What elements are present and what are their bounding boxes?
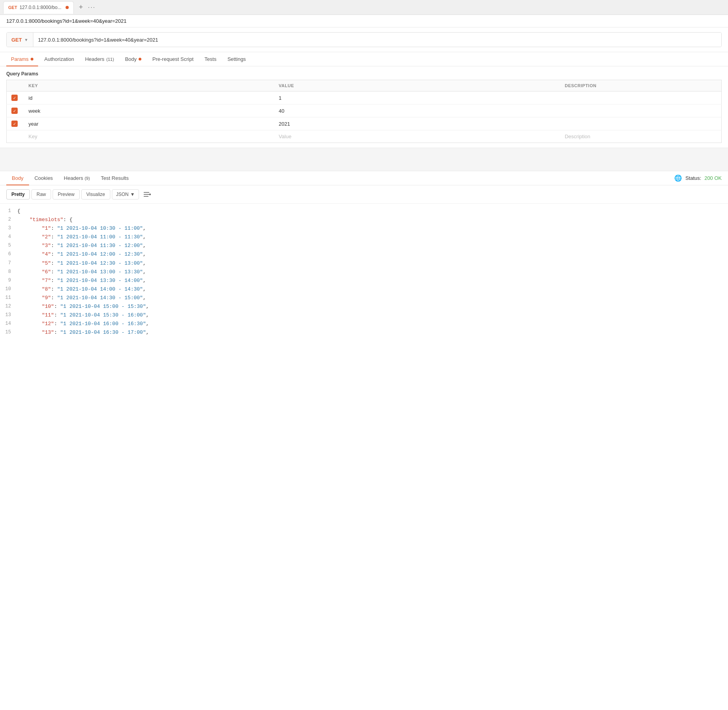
json-content: "12": "1 2021-10-04 16:00 - 16:30", (17, 320, 149, 328)
json-line: 14 "12": "1 2021-10-04 16:00 - 16:30", (0, 320, 728, 328)
key-cell[interactable]: id (24, 91, 274, 104)
json-content: { (17, 207, 20, 216)
browser-tab[interactable]: GET 127.0.0.1:8000/bo... (3, 1, 74, 14)
url-input[interactable] (33, 33, 721, 47)
res-tab-cookies[interactable]: Cookies (29, 171, 59, 185)
add-tab-button[interactable]: + (75, 2, 86, 13)
json-content: "2": "1 2021-10-04 11:00 - 11:30", (17, 233, 146, 242)
format-raw-button[interactable]: Raw (31, 189, 51, 199)
line-number: 1 (3, 207, 17, 216)
line-number: 13 (3, 311, 17, 320)
json-line: 9 "7": "1 2021-10-04 13:30 - 14:00", (0, 276, 728, 285)
method-select[interactable]: GET ▼ (7, 33, 33, 47)
format-type-chevron-icon: ▼ (130, 192, 135, 197)
line-number: 3 (3, 224, 17, 233)
address-url[interactable]: 127.0.0.1:8000/bookings?id=1&week=40&yea… (6, 18, 126, 24)
response-area: Body Cookies Headers (9) Test Results 🌐 … (0, 171, 728, 340)
res-tab-test-results[interactable]: Test Results (95, 171, 134, 185)
json-line: 2 "timeslots": { (0, 216, 728, 224)
value-cell[interactable]: 2021 (274, 117, 560, 130)
json-line: 5 "3": "1 2021-10-04 11:30 - 12:00", (0, 242, 728, 250)
desc-cell-new[interactable]: Description (560, 130, 721, 143)
wrap-lines-icon[interactable] (144, 192, 151, 197)
res-tab-body[interactable]: Body (6, 171, 29, 185)
tab-params[interactable]: Params (6, 52, 38, 66)
tab-headers[interactable]: Headers (11) (80, 52, 119, 66)
format-type-label: JSON (116, 192, 129, 197)
tab-authorization[interactable]: Authorization (40, 52, 79, 66)
tab-url: 127.0.0.1:8000/bo... (20, 5, 63, 10)
headers-badge: (11) (106, 57, 114, 62)
tab-body[interactable]: Body (120, 52, 146, 66)
value-cell[interactable]: 40 (274, 104, 560, 117)
json-line: 13 "11": "1 2021-10-04 15:30 - 16:00", (0, 311, 728, 320)
key-cell[interactable]: year (24, 117, 274, 130)
check-cell: ✓ (7, 104, 24, 117)
json-content: "10": "1 2021-10-04 15:00 - 15:30", (17, 302, 149, 311)
format-preview-button[interactable]: Preview (53, 189, 80, 199)
value-cell-new[interactable]: Value (274, 130, 560, 143)
json-line: 3 "1": "1 2021-10-04 10:30 - 11:00", (0, 224, 728, 233)
key-placeholder: Key (29, 134, 37, 139)
query-params-title: Query Params (6, 71, 722, 77)
json-content: "1": "1 2021-10-04 10:30 - 11:00", (17, 224, 146, 233)
desc-cell[interactable] (560, 104, 721, 117)
tab-settings-label: Settings (227, 56, 246, 62)
check-cell-new (7, 130, 24, 143)
json-line: 4 "2": "1 2021-10-04 11:00 - 11:30", (0, 233, 728, 242)
json-content: "8": "1 2021-10-04 14:00 - 14:30", (17, 285, 146, 294)
request-tabs: Params Authorization Headers (11) Body P… (0, 52, 728, 66)
line-number: 2 (3, 216, 17, 224)
line-number: 6 (3, 250, 17, 259)
param-checkbox-2[interactable]: ✓ (11, 108, 18, 114)
table-row: ✓ year 2021 (7, 117, 722, 130)
param-checkbox-3[interactable]: ✓ (11, 121, 18, 127)
res-tab-headers[interactable]: Headers (9) (59, 171, 95, 185)
key-cell-new[interactable]: Key (24, 130, 274, 143)
line-number: 11 (3, 294, 17, 302)
key-cell[interactable]: week (24, 104, 274, 117)
json-content: "3": "1 2021-10-04 11:30 - 12:00", (17, 242, 146, 250)
tab-settings[interactable]: Settings (223, 52, 251, 66)
json-line: 8 "6": "1 2021-10-04 13:00 - 13:30", (0, 268, 728, 276)
line-number: 8 (3, 268, 17, 276)
format-type-select[interactable]: JSON ▼ (112, 189, 139, 199)
tab-authorization-label: Authorization (44, 56, 74, 62)
col-value: VALUE (274, 80, 560, 91)
res-tab-headers-label: Headers (64, 175, 83, 181)
status-code: 200 OK (704, 175, 722, 181)
json-content: "13": "1 2021-10-04 16:30 - 17:00", (17, 328, 149, 337)
tab-params-label: Params (11, 56, 29, 62)
desc-cell[interactable] (560, 117, 721, 130)
tab-tests[interactable]: Tests (200, 52, 221, 66)
format-pretty-button[interactable]: Pretty (6, 189, 30, 199)
params-table: KEY VALUE DESCRIPTION ✓ id 1 ✓ week (6, 80, 722, 143)
format-visualize-button[interactable]: Visualize (81, 189, 110, 199)
desc-placeholder: Description (565, 134, 590, 139)
json-content: "timeslots": { (17, 216, 72, 224)
value-cell[interactable]: 1 (274, 91, 560, 104)
table-row: ✓ week 40 (7, 104, 722, 117)
params-dot (31, 58, 33, 60)
line-number: 10 (3, 285, 17, 294)
param-checkbox-1[interactable]: ✓ (11, 95, 18, 101)
res-tab-body-label: Body (12, 175, 24, 181)
tab-body-label: Body (125, 56, 137, 62)
browser-tab-bar: GET 127.0.0.1:8000/bo... + ··· (0, 0, 728, 15)
divider-space (0, 148, 728, 171)
line-number: 15 (3, 328, 17, 337)
check-cell: ✓ (7, 91, 24, 104)
json-viewer: 1 { 2 "timeslots": { 3 "1": "1 2021-10-0… (0, 204, 728, 340)
desc-cell[interactable] (560, 91, 721, 104)
json-line: 7 "5": "1 2021-10-04 12:30 - 13:00", (0, 259, 728, 268)
body-dot (139, 58, 141, 60)
more-tabs-button[interactable]: ··· (88, 4, 95, 11)
tab-headers-label: Headers (85, 56, 104, 62)
line-number: 7 (3, 259, 17, 268)
col-description: DESCRIPTION (560, 80, 721, 91)
table-row-new: Key Value Description (7, 130, 722, 143)
json-content: "6": "1 2021-10-04 13:00 - 13:30", (17, 268, 146, 276)
tab-pre-request[interactable]: Pre-request Script (148, 52, 198, 66)
json-content: "7": "1 2021-10-04 13:30 - 14:00", (17, 276, 146, 285)
response-tabs: Body Cookies Headers (9) Test Results 🌐 … (0, 171, 728, 185)
